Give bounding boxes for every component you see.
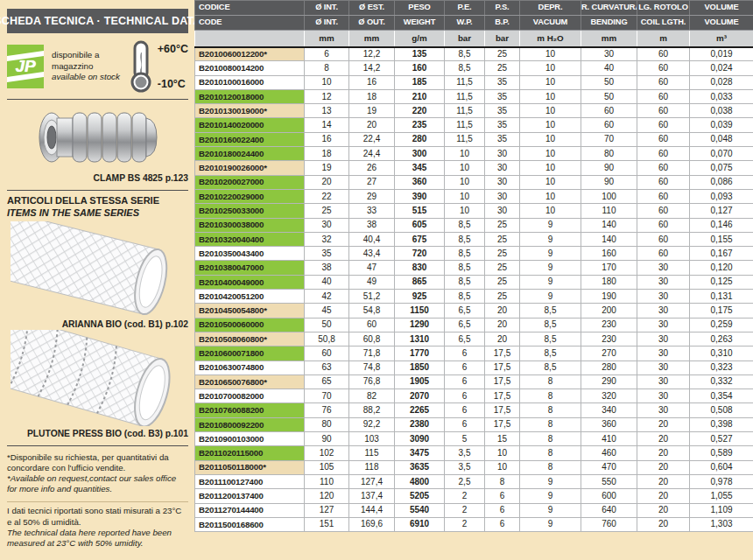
value-cell: 10 <box>485 446 520 460</box>
value-cell: 10 <box>520 61 581 75</box>
value-cell: 1850 <box>395 360 445 374</box>
value-cell: 230 <box>581 332 637 346</box>
value-cell: 6 <box>485 503 520 517</box>
value-cell: 60 <box>637 104 690 118</box>
value-cell: 10 <box>445 161 485 175</box>
value-cell: 2265 <box>395 403 445 417</box>
value-cell: 0,125 <box>690 275 753 289</box>
value-cell: 60,8 <box>349 332 395 346</box>
value-cell: 13 <box>305 104 349 118</box>
value-cell: 3,5 <box>445 460 485 474</box>
product-code-cell: B2010450054800* <box>195 304 305 318</box>
table-row: B201030003800030386058,5259140600,146 <box>195 218 753 232</box>
spec-table: CODICEØ INT.Ø EST.PESOP.E.P.S.DEPR.R. CU… <box>194 0 753 532</box>
value-cell: 60 <box>305 346 349 360</box>
value-cell: 17,5 <box>485 389 520 403</box>
value-cell: 60 <box>581 118 637 132</box>
value-cell: 390 <box>395 189 445 203</box>
value-cell: 15 <box>485 432 520 446</box>
value-cell: 360 <box>581 417 637 431</box>
value-cell: 830 <box>395 261 445 275</box>
product-code-cell: B2010180024400 <box>195 147 305 161</box>
value-cell: 45 <box>305 304 349 318</box>
value-cell: 50,8 <box>305 332 349 346</box>
value-cell: 2 <box>445 489 485 503</box>
value-cell: 9 <box>520 261 581 275</box>
value-cell: 605 <box>395 218 445 232</box>
value-cell: 32 <box>305 232 349 246</box>
value-cell: 103 <box>349 432 395 446</box>
value-cell: 127,4 <box>349 474 395 488</box>
value-cell: 10 <box>520 204 581 218</box>
value-cell: 60 <box>637 218 690 232</box>
value-cell: 16 <box>305 132 349 146</box>
table-row: B20108000922008092,22380617,58360200,398 <box>195 417 753 431</box>
value-cell: 20 <box>637 460 690 474</box>
value-cell: 8 <box>520 374 581 388</box>
value-cell: 40 <box>305 275 349 289</box>
header-row-2-cell: Ø OUT. <box>349 16 395 31</box>
value-cell: 20 <box>485 318 520 332</box>
value-cell: 0,155 <box>690 232 753 246</box>
table-row: B2011270144400127144,45540269640201,109 <box>195 503 753 517</box>
value-cell: 3,5 <box>445 446 485 460</box>
value-cell: 30 <box>485 147 520 161</box>
product-code-cell: B2010320040400 <box>195 232 305 246</box>
header-row-2-cell: WEIGHT <box>395 16 445 31</box>
product-code-cell: B2010060012200* <box>195 47 305 61</box>
footnote1-it: *Disponibile su richiesta, per quantitat… <box>7 452 188 473</box>
value-cell: 25 <box>485 218 520 232</box>
units-row-cell: mm <box>305 31 349 47</box>
header-row-2-cell: VACUUM <box>520 16 581 31</box>
value-cell: 35 <box>485 104 520 118</box>
value-cell: 0,075 <box>690 161 753 175</box>
value-cell: 6,5 <box>445 304 485 318</box>
value-cell: 10 <box>520 89 581 103</box>
header-row-1-cell: R. CURVATURA <box>581 1 637 16</box>
product-code-cell: B2010160022400 <box>195 132 305 146</box>
availability-row: JP disponibile a magazzino available on … <box>7 41 188 92</box>
value-cell: 5540 <box>395 503 445 517</box>
value-cell: 10 <box>445 189 485 203</box>
table-row: B2010100016000101618511,5351050600,028 <box>195 75 753 89</box>
value-cell: 60 <box>637 161 690 175</box>
value-cell: 1290 <box>395 318 445 332</box>
value-cell: 9 <box>520 489 581 503</box>
header-row-2: CODEØ INT.Ø OUT.WEIGHTW.P.B.P.VACUUMBEND… <box>195 16 753 31</box>
value-cell: 10 <box>520 47 581 61</box>
header-row-1-cell: PESO <box>395 1 445 16</box>
value-cell: 6 <box>445 346 485 360</box>
value-cell: 10 <box>520 189 581 203</box>
product-code-cell: B2010650076800* <box>195 374 305 388</box>
divider <box>7 190 188 191</box>
value-cell: 30 <box>485 161 520 175</box>
value-cell: 8,5 <box>520 304 581 318</box>
header-row-1-cell: CODICE <box>195 1 305 16</box>
value-cell: 82 <box>349 389 395 403</box>
value-cell: 235 <box>395 118 445 132</box>
value-cell: 0,332 <box>690 374 753 388</box>
value-cell: 8,5 <box>445 261 485 275</box>
value-cell: 60 <box>637 61 690 75</box>
value-cell: 8,5 <box>520 318 581 332</box>
value-cell: 515 <box>395 204 445 218</box>
value-cell: 0,310 <box>690 346 753 360</box>
value-cell: 71,8 <box>349 346 395 360</box>
table-row: B201040004900040498658,5259180300,125 <box>195 275 753 289</box>
value-cell: 25 <box>485 275 520 289</box>
value-cell: 43,4 <box>349 247 395 261</box>
value-cell: 8,5 <box>445 275 485 289</box>
units-row-cell: bar <box>485 31 520 47</box>
table-row: B2011050118000*10511836353,5108470200,60… <box>195 460 753 474</box>
value-cell: 760 <box>581 517 637 531</box>
value-cell: 11,5 <box>445 75 485 89</box>
value-cell: 17,5 <box>485 417 520 431</box>
value-cell: 200 <box>581 304 637 318</box>
value-cell: 8 <box>520 389 581 403</box>
value-cell: 345 <box>395 161 445 175</box>
value-cell: 0,048 <box>690 132 753 146</box>
value-cell: 60 <box>637 189 690 203</box>
value-cell: 14 <box>305 118 349 132</box>
value-cell: 92,2 <box>349 417 395 431</box>
value-cell: 8,5 <box>445 61 485 75</box>
